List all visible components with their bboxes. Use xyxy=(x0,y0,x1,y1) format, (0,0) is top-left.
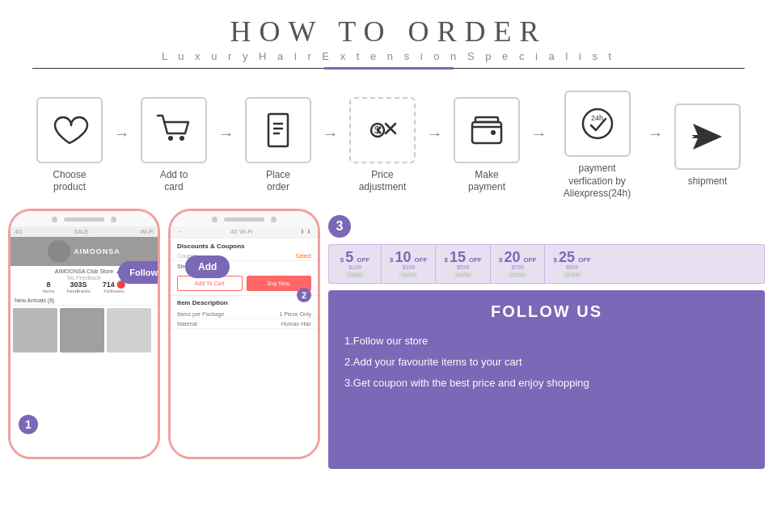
page-header: HOW TO ORDER L u x u r y H a i r E x t e… xyxy=(0,0,777,76)
coupon-25-click[interactable]: CLICK xyxy=(563,272,582,278)
clock-check-icon: 24h xyxy=(576,103,619,145)
coupon-20-off: OFF xyxy=(523,256,536,264)
coupon-bar: $ 5 OFF $199 CLICK $ 10 OFF $399 xyxy=(328,244,765,284)
svg-text:$: $ xyxy=(374,125,380,136)
shipment-icon-box xyxy=(674,103,741,170)
coupon-5-off: OFF xyxy=(357,256,369,264)
page-title: HOW TO ORDER xyxy=(0,15,777,49)
coupon-15-off: OFF xyxy=(469,256,482,264)
follow-list-item-2: 2.Add your favourite items to your cart xyxy=(344,352,749,373)
coupon-10-over: $399 xyxy=(402,264,415,270)
arrow-6: → xyxy=(648,125,664,143)
phone-1-product-3 xyxy=(107,308,151,353)
phone-2-item-row-2: Material Human Hair xyxy=(171,319,318,329)
svg-rect-2 xyxy=(268,114,288,146)
coupon-10-off: OFF xyxy=(414,256,427,264)
phone-2-speaker xyxy=(224,217,264,222)
follow-us-panel: FOLLOW US 1.Follow our store 2.Add your … xyxy=(328,290,765,469)
phone-1-product-2 xyxy=(60,308,104,353)
place-order-icon-box xyxy=(245,97,311,163)
coupon-item-15[interactable]: $ 15 OFF $599 CLICK xyxy=(436,245,490,283)
phones-area: 4G SALE Wi-Fi AIMOONSA AIMOONSA Club Sto… xyxy=(0,209,320,475)
step-price-adjustment-label: Priceadjustment xyxy=(359,169,407,194)
coupon-20-over: $799 xyxy=(511,264,524,270)
bottom-section: 4G SALE Wi-Fi AIMOONSA AIMOONSA Club Sto… xyxy=(0,209,777,475)
step-payment-verification: 24h paymentverfication byAliexpress(24h) xyxy=(549,91,646,201)
phone-1-stat-items: 8 Items xyxy=(43,281,55,293)
coupon-25-top: $ 25 OFF xyxy=(553,250,590,264)
coupon-20-amount: 20 xyxy=(504,250,520,264)
phone-1-speaker xyxy=(64,217,104,222)
step-add-to-card-label: Add tocard xyxy=(160,169,188,194)
coupon-5-click[interactable]: CLICK xyxy=(345,272,365,278)
document-icon xyxy=(257,109,299,151)
phone-2-item-desc-title: Item Description xyxy=(171,295,318,310)
phone-2-select[interactable]: Select xyxy=(296,253,311,259)
line-accent xyxy=(324,67,454,70)
coupon-10-click[interactable]: CLICK xyxy=(399,272,418,278)
coupon-10-dollar: $ xyxy=(390,256,393,264)
phone-1-logo: AIMOONSA xyxy=(74,247,120,255)
wallet-icon xyxy=(466,109,508,151)
follow-us-bubble: Follow us xyxy=(118,261,160,284)
make-payment-icon-box xyxy=(454,97,520,163)
phone-2-header: ← 4G Wi-Fi ⬆ ⬇ xyxy=(171,226,318,239)
right-panel: 3 $ 5 OFF $199 CLICK $ 10 xyxy=(320,209,777,475)
step-price-adjustment: $ Priceadjustment xyxy=(340,97,425,194)
coupon-25-dollar: $ xyxy=(553,256,556,264)
coupon-item-10[interactable]: $ 10 OFF $399 CLICK xyxy=(382,245,436,283)
step-shipment: shipment xyxy=(665,103,750,188)
coupon-5-dollar: $ xyxy=(340,256,344,264)
arrow-3: → xyxy=(323,125,339,143)
coupon-item-25[interactable]: $ 25 OFF $999 CLICK xyxy=(545,245,598,283)
choose-product-icon-box xyxy=(36,97,103,163)
follow-list-item-3: 3.Get coupon with the best price and enj… xyxy=(344,373,749,394)
phone-2-section-title: Discounts & Coupons xyxy=(171,239,318,251)
phone-1-new-arrivals: New Arrivals (8) xyxy=(11,296,158,306)
coupon-15-dollar: $ xyxy=(444,256,447,264)
phone-1-stat-followers: 714 🔴 Followers xyxy=(103,281,126,293)
step-add-to-card: Add tocard xyxy=(132,97,217,194)
coupon-25-off: OFF xyxy=(578,256,591,264)
phone-2-item-row-1: Items per Package 1 Piece Only xyxy=(171,310,318,319)
step-shipment-label: shipment xyxy=(688,175,728,188)
heart-icon xyxy=(49,109,91,151)
coupon-15-over: $599 xyxy=(457,264,470,270)
step-make-payment-label: Makepayment xyxy=(468,169,505,194)
step-payment-verification-label: paymentverfication byAliexpress(24h) xyxy=(564,163,631,201)
phone-1-camera xyxy=(52,217,57,222)
coupon-5-amount: 5 xyxy=(345,250,353,264)
step-choose-product: Chooseproduct xyxy=(27,97,112,194)
phone-1-mockup: 4G SALE Wi-Fi AIMOONSA AIMOONSA Club Sto… xyxy=(8,209,160,459)
coupon-15-click[interactable]: CLICK xyxy=(454,272,473,278)
coupon-item-20[interactable]: $ 20 OFF $799 CLICK xyxy=(491,245,545,283)
step-choose-product-label: Chooseproduct xyxy=(53,169,86,194)
phone-1-product-1 xyxy=(13,308,57,353)
phone-1-products xyxy=(11,306,158,355)
coupon-15-amount: 15 xyxy=(450,250,466,264)
dollar-scissors-icon: $ xyxy=(361,109,403,151)
phone-1-logo-img xyxy=(48,240,70,263)
phone-1-stat-feedbacks: 303S Feedbacks xyxy=(66,281,90,293)
svg-text:24h: 24h xyxy=(591,114,603,122)
coupon-25-over: $999 xyxy=(566,264,579,270)
coupon-20-click[interactable]: CLICK xyxy=(508,272,527,278)
line-right xyxy=(454,68,745,69)
phone-2-camera-2 xyxy=(271,217,277,222)
svg-point-1 xyxy=(179,136,184,141)
phone-2-camera xyxy=(212,217,217,222)
follow-us-title: FOLLOW US xyxy=(344,302,749,321)
coupon-15-top: $ 15 OFF xyxy=(444,250,481,264)
follow-list-item-1: 1.Follow our store xyxy=(344,331,749,352)
plane-icon xyxy=(686,116,728,158)
phone-2-top-bar xyxy=(171,211,318,226)
page-subtitle: L u x u r y H a i r E x t e n s i o n S … xyxy=(0,50,777,62)
coupon-item-5[interactable]: $ 5 OFF $199 CLICK xyxy=(329,245,382,283)
arrow-1: → xyxy=(114,125,130,143)
follow-us-list: 1.Follow our store 2.Add your favourite … xyxy=(344,331,749,394)
step-place-order: Placeorder xyxy=(236,97,321,194)
svg-point-13 xyxy=(491,130,496,135)
step-place-order-label: Placeorder xyxy=(266,169,290,194)
badge-3: 3 xyxy=(328,215,351,238)
phone-2-mockup: ← 4G Wi-Fi ⬆ ⬇ Discounts & Coupons Coupo… xyxy=(168,209,320,459)
